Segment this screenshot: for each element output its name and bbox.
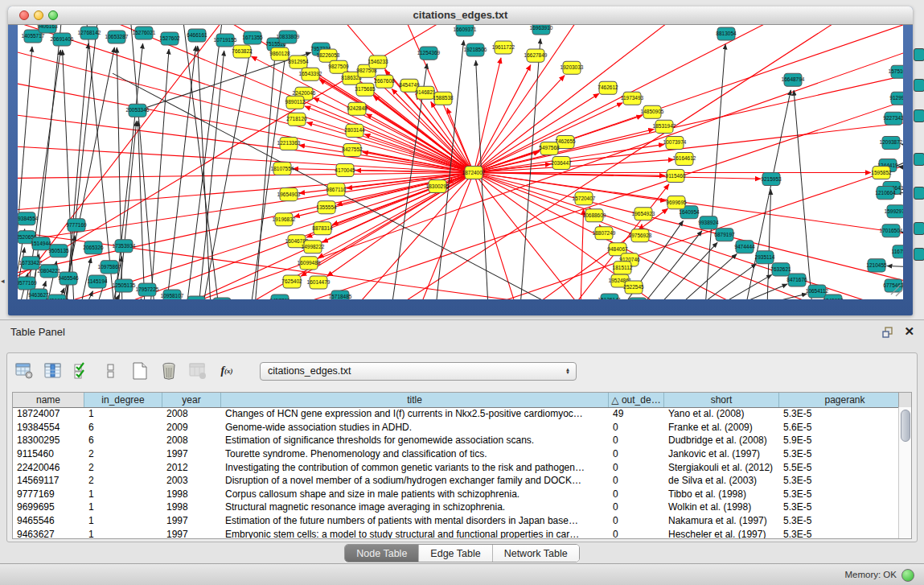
graph-node[interactable]: 16963910 (530, 25, 553, 35)
table-row[interactable]: 1830029562008Estimation of significance … (13, 434, 899, 447)
unselect-all-rows-icon[interactable] (101, 360, 121, 381)
graph-node[interactable]: 10975867 (98, 261, 121, 274)
graph-node[interactable]: 18531947 (653, 120, 676, 133)
graph-node[interactable]: 7625402 (281, 275, 302, 288)
graph-node[interactable]: 9577169 (18, 277, 37, 290)
graph-edge[interactable] (474, 173, 903, 283)
graph-node[interactable]: 2803144 (344, 124, 365, 137)
tab-node-table[interactable]: Node Table (345, 545, 419, 562)
graph-node[interactable]: 6466161 (187, 29, 207, 42)
graph-node[interactable]: 15992971 (885, 205, 903, 218)
network-canvas[interactable]: 1405571720691406940616312768142106532871… (18, 25, 903, 299)
function-builder-icon[interactable]: f(x) (216, 360, 237, 381)
graph-node[interactable]: 2065326 (83, 241, 104, 254)
table-row[interactable]: 946362711997Embryonic stem cells: a mode… (13, 527, 899, 538)
scrollbar-thumb[interactable] (901, 410, 910, 442)
table-row[interactable]: 977716911998Corpus callosum shape and si… (13, 488, 899, 501)
table-row[interactable]: 911546021997Tourette syndrome. Phenomeno… (13, 447, 899, 461)
graph-node[interactable]: 12923446 (211, 298, 234, 299)
left-splitter-collapse-icon[interactable]: ◂ (1, 277, 5, 285)
graph-node[interactable]: 1210664 (875, 187, 896, 200)
graph-node[interactable]: 16014479 (307, 276, 331, 289)
tab-edge-table[interactable]: Edge Table (419, 545, 492, 562)
column-header-short[interactable]: short (664, 393, 779, 407)
select-all-rows-icon[interactable] (72, 360, 92, 381)
graph-edge[interactable] (118, 121, 137, 299)
graph-edge[interactable] (314, 98, 474, 173)
graph-node[interactable]: 12505135 (113, 279, 136, 292)
column-header-year[interactable]: year (162, 393, 221, 407)
graph-node[interactable]: 15718485 (329, 290, 352, 299)
graph-edge[interactable] (476, 60, 488, 299)
graph-node[interactable]: 10653287 (105, 31, 129, 43)
graph-node[interactable]: 16609371 (454, 25, 477, 36)
graph-node[interactable]: 9457791 (269, 295, 290, 299)
graph-node[interactable]: 11254369 (417, 47, 441, 60)
graph-node[interactable]: 9938924 (698, 216, 719, 229)
graph-node[interactable]: 20691406 (51, 33, 74, 46)
graph-edge[interactable] (50, 173, 474, 299)
graph-node[interactable]: 1546233 (368, 56, 388, 68)
graph-node[interactable]: 19756928 (629, 229, 652, 242)
graph-edge[interactable] (474, 173, 761, 179)
graph-node[interactable]: 16648794 (782, 73, 805, 86)
graph-edge[interactable] (474, 173, 886, 299)
create-table-icon[interactable] (129, 360, 150, 381)
graph-node[interactable]: 9699695 (666, 196, 687, 209)
show-columns-icon[interactable] (43, 360, 64, 381)
table-row[interactable]: 969969511998Structural magnetic resonanc… (13, 501, 899, 514)
graph-node[interactable]: 11973493 (621, 92, 644, 105)
graph-node[interactable]: 14569117 (46, 295, 69, 299)
graph-node[interactable]: 7632621 (770, 263, 791, 276)
delete-table-icon[interactable] (158, 360, 179, 381)
table-row[interactable]: 2242004622012Investigating the contribut… (13, 460, 899, 474)
column-header-title[interactable]: title (221, 393, 609, 407)
graph-edge[interactable] (18, 173, 474, 211)
graph-node[interactable]: 1671355 (242, 31, 263, 44)
graph-node[interactable]: 9860128 (269, 47, 290, 60)
graph-node[interactable]: 19654903 (277, 188, 301, 201)
tab-network-table[interactable]: Network Table (493, 545, 579, 562)
graph-node[interactable]: 1527602 (159, 32, 180, 45)
graph-node[interactable]: 2935114 (755, 251, 775, 264)
graph-node[interactable]: 15720407 (573, 192, 596, 205)
graph-node[interactable]: 17957225 (136, 283, 159, 296)
graph-node[interactable]: 8427552 (342, 143, 363, 156)
graph-node[interactable]: 15136141 (598, 294, 622, 299)
graph-edge[interactable] (581, 209, 584, 299)
graph-edge[interactable] (86, 25, 114, 299)
graph-node[interactable]: 9245652 (823, 295, 844, 299)
graph-node[interactable]: 16543392 (299, 68, 322, 80)
graph-edge[interactable] (767, 190, 771, 299)
graph-node[interactable]: 18300295 (426, 180, 450, 193)
graph-edge[interactable] (474, 173, 903, 235)
graph-node[interactable]: 17016504 (880, 225, 903, 237)
graph-edge[interactable] (18, 173, 474, 179)
graph-node[interactable]: 15276021 (133, 27, 156, 39)
graph-node[interactable]: 19384554 (18, 212, 39, 225)
graph-node[interactable]: 17353934 (113, 240, 136, 253)
graph-node[interactable]: 9465546 (58, 272, 79, 285)
graph-node[interactable]: 9867110 (326, 183, 347, 196)
graph-node[interactable]: 10719155 (214, 34, 237, 47)
graph-node[interactable]: 19196832 (273, 213, 296, 226)
table-row[interactable]: 946554611997Estimation of the future num… (13, 514, 899, 528)
graph-node[interactable]: 9227343 (883, 112, 903, 125)
graph-node[interactable]: 4170045 (335, 164, 355, 177)
graph-node[interactable]: 3175685 (355, 83, 376, 96)
graph-node[interactable]: 9505135 (48, 245, 69, 257)
graph-node[interactable]: 18724007 (462, 167, 486, 179)
graph-node[interactable]: 2036447 (551, 156, 572, 169)
graph-node[interactable]: 10073974 (663, 136, 687, 149)
graph-node[interactable]: 9242848 (347, 102, 368, 115)
graph-node[interactable]: 9215953 (761, 173, 782, 186)
graph-edge[interactable] (887, 266, 903, 266)
graph-node[interactable]: 8471676 (786, 274, 807, 286)
table-row[interactable]: 1456911722003Disruption of a novel membe… (13, 474, 899, 488)
graph-node[interactable]: 19203033 (561, 61, 584, 74)
table-vertical-scrollbar[interactable] (898, 407, 911, 538)
memory-status-indicator[interactable] (901, 569, 914, 582)
graph-node[interactable]: 2667608 (374, 75, 395, 88)
graph-node[interactable]: 10688609 (583, 209, 606, 222)
graph-node[interactable]: 14998222 (302, 241, 325, 253)
